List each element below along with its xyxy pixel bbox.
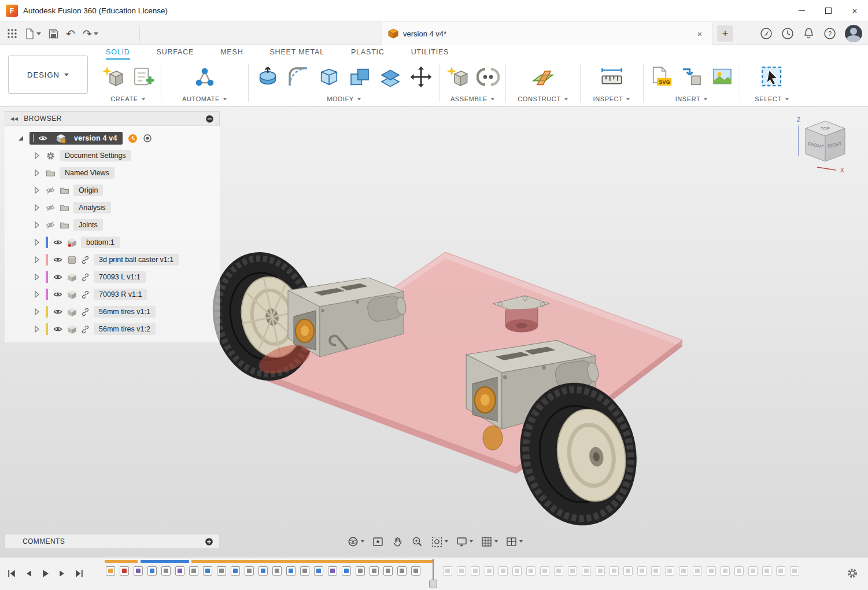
timeline-play-button[interactable] [40,569,50,578]
panel-inspect-label[interactable]: INSPECT [593,95,623,102]
browser-header[interactable]: ◀◀ BROWSER [5,111,220,126]
undo-button[interactable]: ↶ [66,27,75,40]
activate-radio-icon[interactable] [143,134,152,143]
automate-button[interactable] [193,65,216,89]
timeline-feature-link[interactable] [457,566,466,576]
timeline-feature-link[interactable] [665,566,674,576]
visibility-eye-off-icon[interactable] [46,203,55,212]
new-component-button[interactable] [101,65,124,89]
timeline-feature-link[interactable] [485,566,494,576]
file-menu-button[interactable] [25,28,41,39]
timeline-feature-joint[interactable] [568,566,577,576]
timeline-feature-link[interactable] [596,566,605,576]
browser-item-named-views[interactable]: Named Views [5,164,220,182]
viewport-canvas[interactable]: Z X TOP FRONT RIGHT ◀◀ BROWSER [0,107,868,557]
tab-surface[interactable]: SURFACE [157,48,194,60]
press-pull-button[interactable] [256,65,279,89]
close-button[interactable]: × [841,0,868,22]
panel-select-label[interactable]: SELECT [755,95,781,102]
timeline-feature-joint[interactable] [707,566,716,576]
timeline-feature-extrude[interactable] [342,566,351,576]
job-status-button[interactable] [781,27,794,40]
tab-close-button[interactable]: × [693,29,706,39]
timeline-feature-link[interactable] [623,566,633,576]
timeline-feature-joint[interactable] [217,566,226,576]
timeline-feature-joint[interactable] [370,566,379,576]
save-button[interactable] [49,29,58,39]
timeline-feature-extrude[interactable] [258,566,268,576]
visibility-eye-icon[interactable] [53,238,62,247]
timeline-feature-joint[interactable] [540,566,549,576]
browser-item-origin[interactable]: Origin [5,182,220,199]
timeline-feature-link[interactable] [734,566,744,576]
timeline-feature-component[interactable] [106,566,115,576]
tab-utilities[interactable]: UTILITIES [411,48,449,60]
timeline-feature-joint[interactable] [471,566,480,576]
expand-arrow-icon[interactable] [32,307,42,316]
visibility-eye-icon[interactable] [53,272,62,282]
construct-plane-button[interactable] [531,65,555,89]
fillet-button[interactable] [287,65,310,89]
browser-item-analysis[interactable]: Analysis [5,199,220,216]
timeline-feature-joint[interactable] [272,566,282,576]
help-button[interactable]: ? [823,27,836,40]
browser-item-ball-caster[interactable]: 3d print ball caster v1:1 [5,251,220,268]
timeline-feature-sketch[interactable] [328,566,337,576]
look-at-button[interactable] [372,536,384,548]
combine-button[interactable] [348,65,371,89]
timeline-feature-joint[interactable] [582,566,591,576]
collapse-panel-icon[interactable]: ◀◀ [10,116,18,121]
shell-button[interactable] [317,65,341,89]
expand-arrow-icon[interactable] [32,168,42,178]
viewports-button[interactable] [505,536,523,548]
timeline-step-back-button[interactable] [24,569,34,578]
panel-automate-label[interactable]: AUTOMATE [182,95,220,102]
timeline-feature-extrude[interactable] [147,566,157,576]
visibility-eye-icon[interactable] [53,325,62,334]
extensions-button[interactable] [760,27,773,40]
visibility-eye-icon[interactable] [53,290,62,299]
timeline-feature-joint[interactable] [512,566,522,576]
timeline-feature-joint[interactable] [161,566,171,576]
active-component-badge[interactable]: version 4 v4 [29,132,123,145]
offset-face-button[interactable] [379,65,402,89]
comments-panel[interactable]: COMMENTS [5,534,220,549]
timeline-feature-joint[interactable] [637,566,647,576]
display-settings-button[interactable] [456,536,473,548]
fit-button[interactable] [431,536,448,548]
timeline-settings-gear-icon[interactable] [846,567,859,580]
workspace-design-button[interactable]: DESIGN [8,56,88,94]
tab-sheet-metal[interactable]: SHEET METAL [269,48,324,60]
new-tab-button[interactable]: + [717,25,733,42]
panel-construct-label[interactable]: CONSTRUCT [518,95,560,102]
create-sketch-button[interactable] [132,65,155,89]
timeline-feature-joint[interactable] [443,566,452,576]
add-comment-icon[interactable] [205,537,213,546]
panel-insert-label[interactable]: INSERT [675,95,701,102]
visibility-eye-icon[interactable] [38,134,47,143]
tab-plastic[interactable]: PLASTIC [351,48,385,60]
timeline-feature-extrude[interactable] [286,566,296,576]
browser-item-70093-l[interactable]: 70093 L v1:1 [5,268,220,286]
browser-item-70093-r[interactable]: 70093 R v1:1 [5,286,220,303]
timeline-feature-link[interactable] [790,566,799,576]
orbit-button[interactable] [347,536,364,548]
timeline-feature-joint[interactable] [189,566,198,576]
maximize-button[interactable] [815,0,841,22]
move-copy-button[interactable] [409,65,433,89]
profile-avatar-button[interactable] [845,25,862,42]
timeline-feature-pin[interactable] [120,566,129,576]
tab-mesh[interactable]: MESH [220,48,243,60]
timeline-feature-link[interactable] [693,566,702,576]
panel-modify-label[interactable]: MODIFY [327,95,353,102]
timeline-group-bar[interactable] [191,560,433,563]
insert-svg-button[interactable]: SVG [649,65,673,89]
insert-derive-button[interactable] [680,65,703,89]
browser-item-bottom[interactable]: bottom:1 [5,234,220,251]
timeline-feature-joint[interactable] [397,566,407,576]
expand-arrow-icon[interactable] [32,220,42,230]
browser-item-joints[interactable]: Joints [5,216,220,234]
timeline-feature-sketch[interactable] [175,566,184,576]
zoom-button[interactable] [411,536,423,548]
timeline-feature-extrude[interactable] [203,566,212,576]
